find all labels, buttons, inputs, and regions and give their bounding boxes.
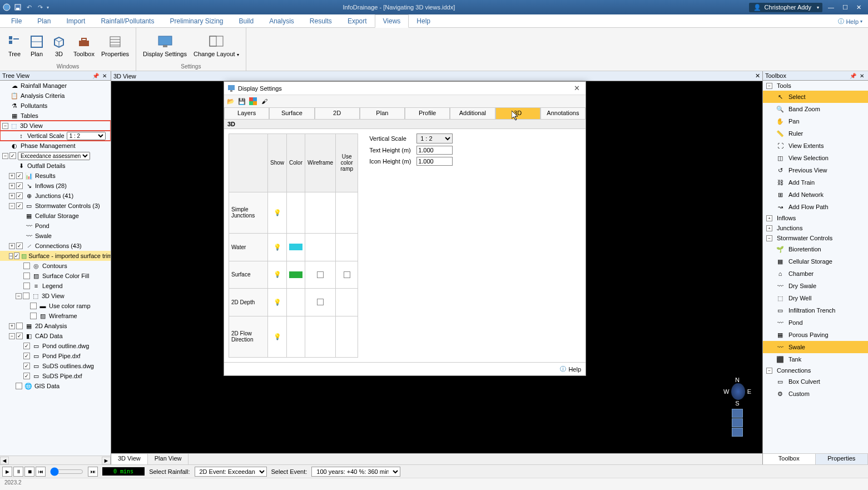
- redo-icon[interactable]: ↷: [36, 3, 44, 12]
- tree-wireframe[interactable]: ▨Wireframe: [0, 311, 111, 321]
- zoom-out-icon[interactable]: [732, 418, 743, 427]
- dlg-tab-additional[interactable]: Additional: [450, 107, 495, 119]
- checkbox[interactable]: [23, 273, 30, 279]
- expand-icon[interactable]: +: [9, 173, 15, 179]
- tool-pan[interactable]: ✋Pan: [763, 115, 868, 127]
- tree-cad-data[interactable]: −◧CAD Data: [0, 331, 111, 341]
- checkbox[interactable]: [16, 192, 23, 199]
- expand-icon[interactable]: +: [9, 243, 15, 249]
- color-cell[interactable]: [287, 192, 305, 233]
- tool-add-flow-path[interactable]: ↝Add Flow Path: [763, 201, 868, 213]
- tool-custom[interactable]: ⚙Custom: [763, 388, 868, 400]
- close-icon[interactable]: ✕: [856, 4, 861, 11]
- tool-select[interactable]: ↖Select: [763, 91, 868, 103]
- tool-view-extents[interactable]: ⛶View Extents: [763, 140, 868, 152]
- view-tab-3d[interactable]: 3D View: [111, 454, 148, 464]
- show-cell[interactable]: 💡: [268, 233, 287, 261]
- collapse-icon[interactable]: +: [766, 225, 772, 231]
- tree-connections[interactable]: +⟋Connections (43): [0, 241, 111, 251]
- tree-pond-pipe[interactable]: ▭Pond Pipe.dxf: [0, 351, 111, 361]
- tab-import[interactable]: Import: [58, 15, 93, 27]
- ribbon-btn-3d[interactable]: 3D: [49, 29, 69, 62]
- tree-results[interactable]: +📊Results: [0, 171, 111, 181]
- show-cell[interactable]: 💡: [268, 289, 287, 316]
- pin-icon[interactable]: 📌: [91, 73, 101, 79]
- tab-results[interactable]: Results: [302, 15, 340, 27]
- maximize-icon[interactable]: ☐: [842, 4, 848, 11]
- tree-suds-pipe[interactable]: ▭SuDS Pipe.dxf: [0, 371, 111, 381]
- wireframe-cell[interactable]: [305, 261, 336, 289]
- tree-color-ramp[interactable]: ▬Use color ramp: [0, 301, 111, 311]
- expand-icon[interactable]: −: [9, 333, 15, 339]
- tree-inflows[interactable]: +↘Inflows (28): [0, 181, 111, 191]
- tab-rainfall[interactable]: Rainfall/Pollutants: [93, 15, 162, 27]
- open-icon[interactable]: 📂: [226, 97, 235, 106]
- checkbox[interactable]: [317, 299, 324, 305]
- user-menu[interactable]: 👤 Christopher Addy: [749, 3, 822, 12]
- tree-2d-analysis[interactable]: +▦2D Analysis: [0, 321, 111, 331]
- show-cell[interactable]: 💡: [268, 192, 287, 233]
- dlg-tab-3d[interactable]: 3D: [495, 107, 540, 119]
- skip-back-button[interactable]: ⏮: [36, 467, 46, 477]
- tool-add-network[interactable]: ⊞Add Network: [763, 189, 868, 201]
- ribbon-help-link[interactable]: ⓘ Help ▾: [838, 17, 862, 27]
- checkbox[interactable]: [23, 263, 30, 269]
- rainfall-select[interactable]: 2D Event: Exceedance storms: [195, 467, 267, 477]
- tree-surface-import[interactable]: −▨Surface - imported surface trim: [0, 251, 111, 261]
- dlg-tab-surface[interactable]: Surface: [269, 107, 314, 119]
- tree-pond-outline[interactable]: ▭Pond outline.dwg: [0, 341, 111, 351]
- dlg-tab-2d[interactable]: 2D: [315, 107, 360, 119]
- tab-plan[interactable]: Plan: [29, 15, 58, 27]
- collapse-icon[interactable]: −: [766, 83, 772, 89]
- tree-suds-outlines[interactable]: ▭SuDS outlines.dwg: [0, 361, 111, 371]
- brush-icon[interactable]: 🖌: [260, 97, 269, 106]
- checkbox[interactable]: [16, 333, 23, 339]
- tree-swale[interactable]: 〰Swale: [0, 231, 111, 241]
- scroll-left-icon[interactable]: ◄: [0, 457, 9, 464]
- tree-legend[interactable]: ≡Legend: [0, 281, 111, 291]
- tree-surface-fill[interactable]: ▨Surface Color Fill: [0, 271, 111, 281]
- tree-close-icon[interactable]: ✕: [101, 73, 108, 79]
- dlg-tab-profile[interactable]: Profile: [405, 107, 450, 119]
- compass-rose[interactable]: [731, 383, 745, 400]
- tree-pollutants[interactable]: ⚗Pollutants: [0, 101, 111, 111]
- expand-icon[interactable]: +: [9, 193, 15, 199]
- tool-group-tools[interactable]: −Tools: [763, 81, 868, 91]
- skip-fwd-button[interactable]: ⏭: [88, 467, 98, 477]
- ribbon-btn-properties[interactable]: Properties: [99, 29, 131, 62]
- pause-button[interactable]: ⏸: [13, 467, 23, 477]
- expand-icon[interactable]: +: [9, 183, 15, 189]
- tool-group-inflows[interactable]: +Inflows: [763, 213, 868, 223]
- ribbon-btn-plan[interactable]: Plan: [27, 29, 47, 62]
- toolbox-close-icon[interactable]: ✕: [858, 73, 866, 79]
- color-cell[interactable]: [287, 261, 305, 289]
- tool-add-train[interactable]: ⛓Add Train: [763, 176, 868, 189]
- wireframe-cell[interactable]: [305, 289, 336, 316]
- checkbox[interactable]: [23, 363, 30, 369]
- toolbox-tab-properties[interactable]: Properties: [816, 454, 869, 464]
- checkbox[interactable]: [14, 253, 19, 259]
- ribbon-btn-tree[interactable]: Tree: [4, 29, 24, 62]
- checkbox[interactable]: [16, 202, 23, 209]
- event-select[interactable]: 100 years: +40 %: 360 mins: Winter: [311, 467, 400, 477]
- tab-file[interactable]: File: [3, 15, 29, 27]
- vs-select[interactable]: 1 : 2: [416, 133, 453, 143]
- checkbox[interactable]: [30, 303, 37, 309]
- checkbox[interactable]: [23, 283, 30, 289]
- checkbox[interactable]: [9, 152, 16, 159]
- expand-icon[interactable]: −: [2, 153, 8, 159]
- expand-icon[interactable]: −: [2, 123, 8, 129]
- collapse-icon[interactable]: −: [766, 368, 772, 374]
- checkbox[interactable]: [23, 353, 30, 359]
- vertical-scale-select[interactable]: 1 : 2: [67, 132, 106, 140]
- tab-preliminary[interactable]: Preliminary Sizing: [162, 15, 231, 27]
- save-icon[interactable]: 💾: [237, 97, 246, 106]
- expand-icon[interactable]: −: [16, 293, 22, 299]
- tree-hscroll[interactable]: ◄ ►: [0, 456, 111, 464]
- tree-stormwater[interactable]: −▭Stormwater Controls (3): [0, 201, 111, 211]
- dlg-tab-annotations[interactable]: Annotations: [540, 107, 586, 119]
- checkbox[interactable]: [317, 271, 324, 278]
- tree-3d-view-2[interactable]: −⬚3D View: [0, 291, 111, 301]
- tool-dry-well[interactable]: ⬚Dry Well: [763, 292, 868, 304]
- tree-phase-management[interactable]: ◐Phase Management: [0, 141, 111, 151]
